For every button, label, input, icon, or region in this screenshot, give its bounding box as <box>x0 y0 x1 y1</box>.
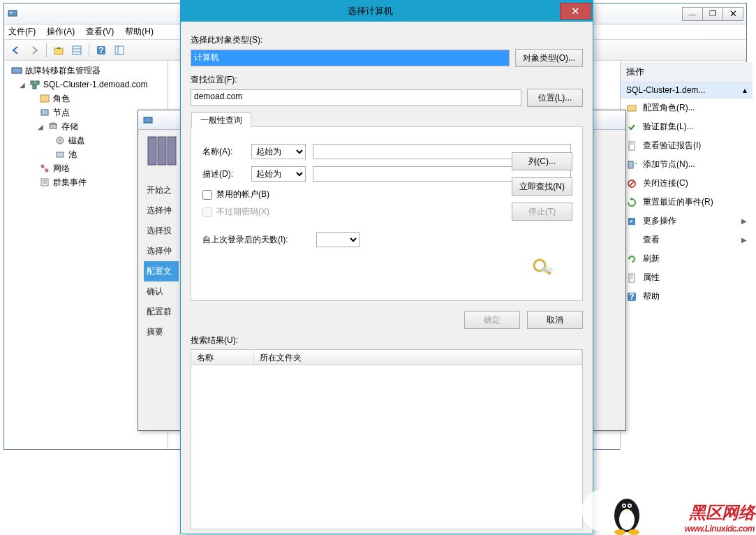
dialog-titlebar[interactable]: 选择计算机 ✕ <box>181 1 593 22</box>
action-label: 添加节点(N)... <box>643 159 695 170</box>
action-close-conn[interactable]: 关闭连接(C) <box>621 174 753 193</box>
column-name[interactable]: 名称 <box>191 350 254 365</box>
svg-rect-14 <box>40 95 49 102</box>
tree-pools-label: 池 <box>68 149 77 161</box>
wizard-steps: 开始之 选择仲 选择投 选择仲 配置文 确认 配置群 摘要 <box>144 180 179 342</box>
view-detail-button[interactable] <box>69 43 84 58</box>
action-add-node[interactable]: +添加节点(N)... <box>621 155 753 174</box>
svg-rect-12 <box>36 81 39 85</box>
svg-point-53 <box>629 505 631 507</box>
spacer-icon <box>626 235 637 246</box>
tab-general-query[interactable]: 一般性查询 <box>191 112 251 128</box>
location-button[interactable]: 位置(L)... <box>527 89 583 107</box>
help-button[interactable]: ? <box>94 43 109 58</box>
svg-rect-28 <box>629 142 635 150</box>
action-config-roles[interactable]: 配置角色(R)... <box>621 98 753 117</box>
svg-rect-3 <box>73 46 81 54</box>
wizard-step-before[interactable]: 开始之 <box>144 180 179 200</box>
svg-rect-11 <box>31 81 34 85</box>
collapse-icon[interactable]: ◢ <box>18 81 27 89</box>
cluster-icon <box>29 79 40 90</box>
wizard-step-select1[interactable]: 选择仲 <box>144 200 179 221</box>
menu-help[interactable]: 帮助(H) <box>125 26 154 38</box>
tree-network-label: 网络 <box>53 163 70 175</box>
menu-file[interactable]: 文件(F) <box>8 26 36 38</box>
results-label: 搜索结果(U): <box>191 335 583 346</box>
action-validate[interactable]: 验证群集(L)... <box>621 117 753 136</box>
validate-icon <box>626 122 637 133</box>
server-illustration <box>144 134 179 169</box>
wizard-step-select2[interactable]: 选择投 <box>144 221 179 241</box>
object-type-field[interactable]: 计算机 <box>191 50 510 66</box>
days-combo[interactable] <box>316 232 360 247</box>
tree-root[interactable]: 故障转移群集管理器 <box>6 64 166 78</box>
svg-rect-24 <box>41 179 48 186</box>
disabled-accounts-checkbox[interactable] <box>202 190 212 200</box>
svg-line-23 <box>43 167 46 170</box>
action-refresh[interactable]: 刷新 <box>621 249 753 268</box>
app-icon <box>7 8 20 20</box>
tree-events-label: 群集事件 <box>53 177 87 189</box>
tree-roles-label: 角色 <box>53 93 70 105</box>
collapse-icon[interactable]: ◢ <box>36 123 45 131</box>
reset-icon <box>626 197 637 208</box>
action-reset-events[interactable]: 重置最近的事件(R) <box>621 193 753 212</box>
wizard-step-select3[interactable]: 选择仲 <box>144 241 179 261</box>
svg-rect-1 <box>10 12 12 13</box>
action-properties[interactable]: 属性 <box>621 268 753 287</box>
svg-text:?: ? <box>629 292 634 302</box>
dialog-close-button[interactable]: ✕ <box>560 3 591 20</box>
location-field[interactable]: demoad.com <box>191 89 521 106</box>
menu-view[interactable]: 查看(V) <box>86 26 114 38</box>
maximize-button[interactable]: ❐ <box>702 7 723 21</box>
events-icon <box>39 177 50 188</box>
action-label: 查看验证报告(I) <box>643 140 701 152</box>
wizard-step-config[interactable]: 配置文 <box>144 261 179 281</box>
svg-rect-13 <box>33 85 36 89</box>
forward-button[interactable] <box>27 43 42 58</box>
object-type-button[interactable]: 对象类型(O)... <box>515 49 583 67</box>
name-match-combo[interactable]: 起始为 <box>251 144 306 159</box>
wizard-step-settings[interactable]: 配置群 <box>144 302 179 322</box>
tree-cluster-label: SQL-Cluster-1.demoad.com <box>43 80 147 89</box>
action-view-report[interactable]: 查看验证报告(I) <box>621 136 753 155</box>
name-label: 名称(A): <box>202 146 244 158</box>
view-list-button[interactable] <box>112 43 127 58</box>
action-more[interactable]: 更多操作▶ <box>621 212 753 230</box>
svg-rect-0 <box>8 10 17 16</box>
action-help[interactable]: ?帮助 <box>621 287 753 306</box>
columns-button[interactable]: 列(C)... <box>512 152 572 170</box>
minimize-button[interactable]: — <box>682 7 703 21</box>
menu-action[interactable]: 操作(A) <box>47 26 75 38</box>
cluster-manager-icon <box>11 65 22 76</box>
up-button[interactable] <box>51 43 66 58</box>
svg-line-33 <box>630 182 634 186</box>
ok-button: 确定 <box>464 311 520 329</box>
svg-rect-43 <box>168 137 176 165</box>
action-label: 帮助 <box>643 291 660 302</box>
chevron-up-icon[interactable]: ▴ <box>743 85 747 95</box>
actions-group-header: SQL-Cluster-1.dem... ▴ <box>621 82 753 98</box>
dialog-title: 选择计算机 <box>181 5 560 17</box>
cancel-button[interactable]: 取消 <box>527 311 583 329</box>
action-label: 查看 <box>643 234 660 246</box>
watermark-line1: 黑区网络 <box>685 501 755 524</box>
svg-rect-15 <box>41 110 48 115</box>
back-button[interactable] <box>8 43 24 58</box>
non-expiring-pwd-checkbox <box>202 207 212 217</box>
add-node-icon: + <box>626 159 637 170</box>
column-folder[interactable]: 所在文件夹 <box>254 350 582 365</box>
action-view[interactable]: 查看▶ <box>621 230 753 249</box>
wizard-step-confirm[interactable]: 确认 <box>144 281 179 302</box>
wizard-step-summary[interactable]: 摘要 <box>144 322 179 342</box>
tree-cluster[interactable]: ◢ SQL-Cluster-1.demoad.com <box>6 78 166 91</box>
penguin-logo <box>578 486 655 535</box>
find-now-button[interactable]: 立即查找(N) <box>512 177 572 196</box>
desc-match-combo[interactable]: 起始为 <box>251 166 306 182</box>
results-list[interactable]: 名称 所在文件夹 <box>191 349 583 529</box>
tree-roles[interactable]: 角色 <box>6 91 166 105</box>
non-expiring-pwd-label: 不过期密码(X) <box>216 206 269 218</box>
close-button[interactable]: ✕ <box>722 7 743 21</box>
svg-rect-17 <box>50 124 57 129</box>
actions-pane: 操作 SQL-Cluster-1.dem... ▴ 配置角色(R)... 验证群… <box>620 62 753 450</box>
